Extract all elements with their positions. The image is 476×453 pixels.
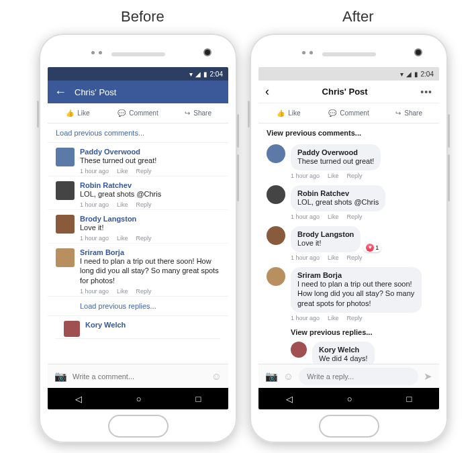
nav-recent-icon[interactable]: □ [407, 394, 412, 404]
reply-input[interactable] [299, 368, 418, 385]
comment-item: Robin Ratchev LOL, great shots @Chris 1 … [258, 181, 439, 221]
reply-link[interactable]: Reply [347, 254, 363, 261]
emoji-icon[interactable]: ☺ [211, 370, 222, 382]
comment-text: These turned out great! [297, 156, 374, 166]
more-icon[interactable]: ••• [420, 87, 432, 97]
comment-item: Brody Langston Love it! ♥1 1 hour agoLik… [258, 221, 439, 262]
reply-link[interactable]: Reply [136, 168, 152, 174]
load-previous-replies[interactable]: Load previous replies... [48, 296, 228, 316]
comment-name[interactable]: Paddy Overwood [80, 148, 220, 156]
comment-meta: 1 hour agoLikeReply [80, 288, 220, 295]
comment-icon: 💬 [117, 109, 126, 117]
home-button[interactable] [108, 415, 169, 438]
comment-button[interactable]: 💬Comment [319, 103, 379, 123]
partial-comment: Kory Welch [56, 316, 220, 339]
send-icon[interactable]: ➤ [424, 370, 432, 383]
comment-name[interactable]: Sriram Borja [297, 271, 415, 279]
avatar [267, 144, 285, 163]
like-link[interactable]: Like [328, 315, 339, 321]
phone-before: ▾ ◢ ▮ 2:04 ← Chris' Post 👍Like 💬Comment … [39, 34, 237, 443]
share-button[interactable]: ↪Share [168, 103, 228, 123]
status-bar: ▾ ◢ ▮ 2:04 [258, 67, 439, 81]
comment-item: Paddy Overwood These turned out great! 1… [48, 143, 228, 177]
action-row: 👍Like 💬Comment ↪Share [48, 103, 228, 123]
reply-link[interactable]: Reply [136, 288, 152, 295]
comment-button[interactable]: 💬Comment [108, 103, 169, 123]
action-row: 👍Like 💬Comment ↪Share [258, 103, 439, 123]
comment-text: Love it! [80, 223, 220, 233]
reply-link[interactable]: Reply [136, 235, 152, 242]
comment-meta: 1 hour agoLikeReply [291, 213, 431, 220]
back-icon[interactable]: ← [54, 85, 66, 99]
status-time: 2:04 [210, 70, 223, 78]
like-link[interactable]: Like [328, 172, 339, 179]
avatar [56, 148, 75, 166]
comment-item: Sriram Borja I need to plan a trip out t… [48, 244, 228, 297]
like-link[interactable]: Like [117, 201, 128, 208]
battery-icon: ▮ [414, 70, 418, 78]
view-previous-comments[interactable]: View previous comments... [258, 123, 439, 140]
reply-text: We did 4 days! [319, 354, 368, 364]
comment-text: I need to plan a trip out there soon! Ho… [297, 279, 415, 309]
like-link[interactable]: Like [117, 168, 128, 174]
like-button[interactable]: 👍Like [258, 103, 319, 123]
android-navbar: ◁ ○ □ [48, 388, 228, 409]
page-title: Chris' Post [75, 87, 116, 97]
comment-meta: 1 hour agoLikeReply [80, 235, 220, 242]
reply-link[interactable]: Reply [347, 315, 363, 321]
comment-name[interactable]: Paddy Overwood [297, 148, 374, 156]
reply-link[interactable]: Reply [347, 213, 363, 220]
like-link[interactable]: Like [328, 254, 339, 261]
like-link[interactable]: Like [328, 213, 339, 220]
header: ‹ Chris' Post ••• [258, 81, 439, 103]
composer: 📷 ☺ [48, 364, 228, 388]
comment-item: Robin Ratchev LOL, great shots @Chris 1 … [48, 177, 228, 210]
wifi-icon: ▾ [189, 70, 193, 78]
comment-text: LOL, great shots @Chris [297, 197, 379, 207]
camera-icon[interactable]: 📷 [265, 370, 278, 383]
comment-name[interactable]: Brody Langston [297, 230, 354, 238]
battery-icon: ▮ [203, 70, 207, 78]
comment-name[interactable]: Robin Ratchev [297, 189, 379, 197]
comment-name[interactable]: Sriram Borja [80, 248, 220, 256]
comment-text: I need to plan a trip out there soon! Ho… [80, 256, 220, 287]
label-after: After [342, 8, 373, 26]
status-time: 2:04 [421, 70, 434, 78]
reply-link[interactable]: Reply [136, 201, 152, 208]
nav-home-icon[interactable]: ○ [136, 394, 142, 404]
avatar [267, 185, 285, 204]
phone-after: ▾ ◢ ▮ 2:04 ‹ Chris' Post ••• 👍Like 💬Comm… [250, 34, 448, 443]
home-button[interactable] [319, 415, 379, 438]
nav-recent-icon[interactable]: □ [196, 394, 201, 404]
wifi-icon: ▾ [400, 70, 403, 78]
comment-text: These turned out great! [80, 156, 220, 166]
view-previous-replies[interactable]: View previous replies... [283, 323, 439, 339]
comment-name[interactable]: Robin Ratchev [80, 181, 220, 189]
nav-home-icon[interactable]: ○ [347, 394, 352, 404]
load-previous-comments[interactable]: Load previous comments... [48, 123, 228, 143]
comment-meta: 1 hour agoLikeReply [80, 168, 220, 174]
like-icon: 👍 [66, 109, 74, 117]
comment-input[interactable] [73, 372, 206, 381]
reaction-badge[interactable]: ♥1 [363, 243, 381, 252]
comment-text: Love it! [297, 238, 354, 248]
avatar [56, 215, 75, 234]
comment-name[interactable]: Brody Langston [80, 215, 220, 223]
like-link[interactable]: Like [117, 235, 128, 242]
nav-back-icon[interactable]: ◁ [286, 394, 293, 404]
status-bar: ▾ ◢ ▮ 2:04 [48, 67, 228, 81]
share-button[interactable]: ↪Share [379, 103, 439, 123]
avatar [267, 267, 285, 286]
android-navbar: ◁ ○ □ [258, 388, 439, 409]
reply-link[interactable]: Reply [347, 172, 363, 179]
emoji-icon[interactable]: ☺ [283, 370, 293, 382]
nav-back-icon[interactable]: ◁ [75, 394, 82, 404]
like-button[interactable]: 👍Like [48, 103, 108, 123]
composer: 📷 ☺ ➤ [258, 364, 439, 388]
signal-icon: ◢ [406, 70, 412, 78]
camera-icon[interactable]: 📷 [54, 370, 67, 383]
comment-meta: 1 hour agoLikeReply [291, 254, 431, 261]
comment-text: LOL, great shots @Chris [80, 189, 220, 199]
avatar [291, 342, 307, 358]
like-link[interactable]: Like [117, 288, 128, 295]
